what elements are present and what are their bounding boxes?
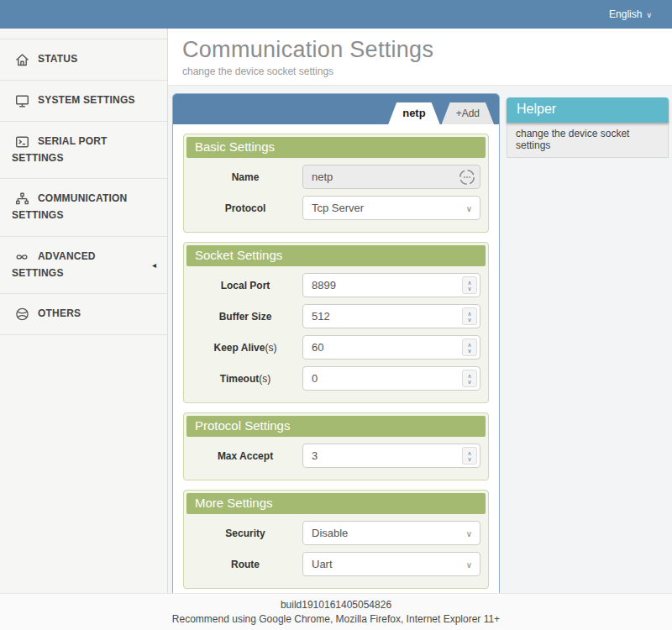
field-label: Route <box>192 559 299 570</box>
field-label: Local Port <box>192 280 299 291</box>
sidebar-item-others[interactable]: OTHERS <box>0 294 167 335</box>
sidebar-item-serial-port-settings[interactable]: SERIAL PORT SETTINGS <box>0 122 167 179</box>
helper-text: change the device socket settings <box>507 123 669 158</box>
sidebar: STATUS SYSTEM SETTINGS SERIAL PORT SETTI… <box>0 29 168 593</box>
local-port-input[interactable] <box>302 273 480 297</box>
section-basic-settings: Basic Settings Name Protocol <box>183 134 489 233</box>
language-selector[interactable]: English ∨ <box>609 8 652 20</box>
field-row-timeout: Timeout(s) ∧∨ <box>192 366 480 391</box>
spinner-down-icon: ∨ <box>467 348 471 354</box>
field-row-protocol: Protocol Tcp Server ∨ <box>192 196 480 220</box>
field-row-keep-alive: Keep Alive(s) ∧∨ <box>192 335 480 360</box>
field-row-route: Route Uart ∨ <box>192 552 480 576</box>
sidebar-item-system-settings[interactable]: SYSTEM SETTINGS <box>0 81 167 122</box>
field-row-security: Security Disable ∨ <box>192 521 480 545</box>
route-select[interactable]: Uart <box>302 552 480 576</box>
field-label: Protocol <box>192 202 299 214</box>
keep-alive-input[interactable] <box>302 335 480 360</box>
section-more-settings: More Settings Security Disable ∨ Route U <box>183 490 489 589</box>
collapse-left-icon: ◂ <box>152 260 156 270</box>
spinner-up-icon: ∧ <box>467 342 471 348</box>
spinner-down-icon: ∨ <box>467 286 471 291</box>
section-title: Socket Settings <box>186 245 486 266</box>
spinner-up-icon: ∧ <box>467 450 471 456</box>
settings-panel: netp +Add Basic Settings Name <box>172 93 500 593</box>
name-status-icon[interactable] <box>458 168 476 186</box>
page-footer: build1910161405054826 Recommend using Go… <box>0 593 672 630</box>
spinner-up-icon: ∧ <box>467 311 471 317</box>
infinity-icon <box>12 249 32 265</box>
field-row-max-accept: Max Accept ∧∨ <box>192 444 480 468</box>
home-icon <box>12 51 32 68</box>
tab-bar: netp +Add <box>173 94 499 124</box>
main-content: Communication Settings change the device… <box>168 29 672 593</box>
field-label: Name <box>192 171 299 183</box>
page-subtitle: change the device socket settings <box>182 66 672 77</box>
section-title: Basic Settings <box>186 137 486 158</box>
helper-title: Helper <box>507 97 669 123</box>
section-title: Protocol Settings <box>186 416 486 437</box>
sidebar-item-label: STATUS <box>38 53 77 65</box>
ball-icon <box>12 306 32 323</box>
field-label: Max Accept <box>192 450 299 462</box>
monitor-icon <box>12 92 32 109</box>
tab-netp[interactable]: netp <box>388 102 439 124</box>
page-title: Communication Settings <box>182 37 672 63</box>
sidebar-item-label: OTHERS <box>38 307 81 319</box>
language-label: English <box>609 8 642 20</box>
spinner-down-icon: ∨ <box>467 379 471 385</box>
timeout-input[interactable] <box>302 366 480 391</box>
field-row-name: Name <box>192 165 480 189</box>
number-spinner[interactable]: ∧∨ <box>462 447 477 465</box>
helper-panel: Helper change the device socket settings <box>507 97 669 158</box>
field-label: Buffer Size <box>192 311 299 323</box>
field-row-buffer-size: Buffer Size ∧∨ <box>192 304 480 328</box>
tab-add[interactable]: +Add <box>442 102 494 124</box>
sidebar-item-label: SYSTEM SETTINGS <box>38 94 135 106</box>
spinner-up-icon: ∧ <box>467 280 471 286</box>
field-label: Keep Alive(s) <box>192 342 299 354</box>
field-row-local-port: Local Port ∧∨ <box>192 273 480 297</box>
number-spinner[interactable]: ∧∨ <box>462 370 477 387</box>
max-accept-input[interactable] <box>302 444 480 468</box>
sidebar-item-advanced-settings[interactable]: ADVANCED SETTINGS ◂ <box>0 237 167 294</box>
spinner-up-icon: ∧ <box>467 373 471 379</box>
build-info: build1910161405054826 <box>0 598 672 612</box>
protocol-select[interactable]: Tcp Server <box>302 196 480 220</box>
security-select[interactable]: Disable <box>302 521 480 545</box>
terminal-icon <box>12 134 32 150</box>
buffer-size-input[interactable] <box>302 304 480 328</box>
caret-down-icon: ∨ <box>646 11 652 19</box>
section-protocol-settings: Protocol Settings Max Accept ∧∨ <box>183 412 489 480</box>
sitemap-icon <box>12 191 32 207</box>
number-spinner[interactable]: ∧∨ <box>462 276 477 294</box>
section-title: More Settings <box>186 493 486 514</box>
number-spinner[interactable]: ∧∨ <box>462 307 477 325</box>
field-label: Timeout(s) <box>192 373 299 385</box>
sidebar-item-status[interactable]: STATUS <box>0 39 167 81</box>
page-header: Communication Settings change the device… <box>168 29 672 86</box>
spinner-down-icon: ∨ <box>467 317 471 323</box>
field-label: Security <box>192 528 299 539</box>
topbar: English ∨ <box>0 0 672 29</box>
name-input[interactable] <box>302 165 480 189</box>
number-spinner[interactable]: ∧∨ <box>462 339 477 356</box>
browser-recommendation: Recommend using Google Chrome, Mozilla F… <box>0 612 672 627</box>
sidebar-item-communication-settings[interactable]: COMMUNICATION SETTINGS <box>0 179 167 236</box>
section-socket-settings: Socket Settings Local Port ∧∨ Buffer Siz… <box>183 242 489 403</box>
spinner-down-icon: ∨ <box>467 456 471 462</box>
